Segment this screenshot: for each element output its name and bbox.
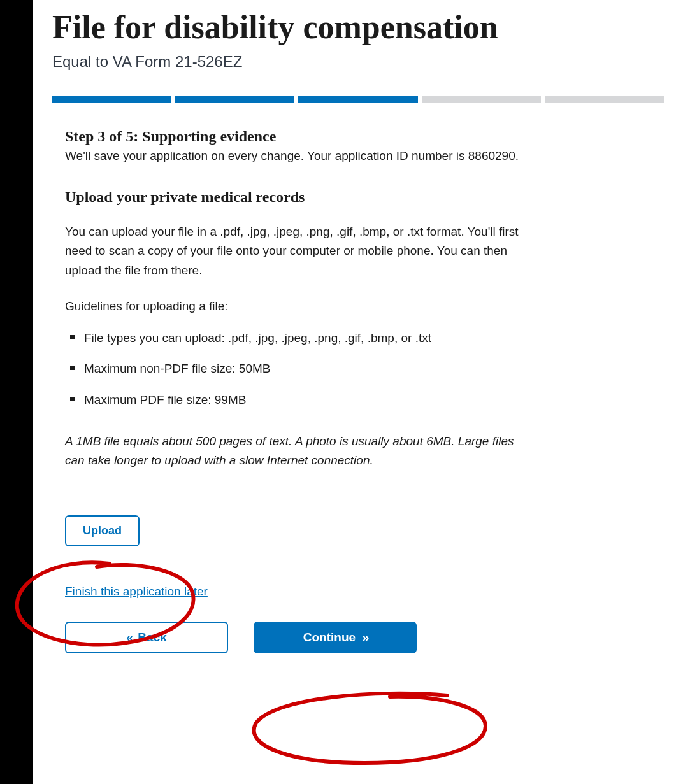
guideline-item: Maximum PDF file size: 99MB <box>84 385 651 416</box>
page-title: File for disability compensation <box>52 6 664 48</box>
progress-segment-4 <box>422 96 541 103</box>
annotation-circle-continue <box>231 688 498 771</box>
back-button[interactable]: « Back <box>65 622 228 653</box>
main-content: File for disability compensation Equal t… <box>33 0 683 784</box>
progress-segment-5 <box>545 96 664 103</box>
section-intro: You can upload your file in a .pdf, .jpg… <box>65 222 524 280</box>
file-size-note: A 1MB file equals about 500 pages of tex… <box>65 432 524 471</box>
step-heading: Step 3 of 5: Supporting evidence <box>65 128 651 145</box>
chevron-left-icon: « <box>126 631 131 644</box>
nav-buttons: « Back Continue » <box>65 622 651 653</box>
upload-button[interactable]: Upload <box>65 515 140 546</box>
continue-label: Continue <box>303 631 356 644</box>
guidelines-label: Guidelines for uploading a file: <box>65 297 524 316</box>
left-sidebar <box>0 0 33 784</box>
guidelines-list: File types you can upload: .pdf, .jpg, .… <box>65 323 651 416</box>
guideline-item: File types you can upload: .pdf, .jpg, .… <box>84 323 651 354</box>
save-note: We'll save your application on every cha… <box>65 149 651 163</box>
section-heading: Upload your private medical records <box>65 189 651 206</box>
progress-bar <box>52 96 664 103</box>
back-label: Back <box>138 631 166 644</box>
continue-button[interactable]: Continue » <box>254 622 417 653</box>
page-subtitle: Equal to VA Form 21-526EZ <box>52 53 664 71</box>
guideline-item: Maximum non-PDF file size: 50MB <box>84 353 651 385</box>
finish-later-link[interactable]: Finish this application later <box>65 585 208 599</box>
progress-segment-2 <box>175 96 294 103</box>
progress-segment-3 <box>298 96 417 103</box>
progress-segment-1 <box>52 96 171 103</box>
chevron-right-icon: » <box>363 631 368 644</box>
